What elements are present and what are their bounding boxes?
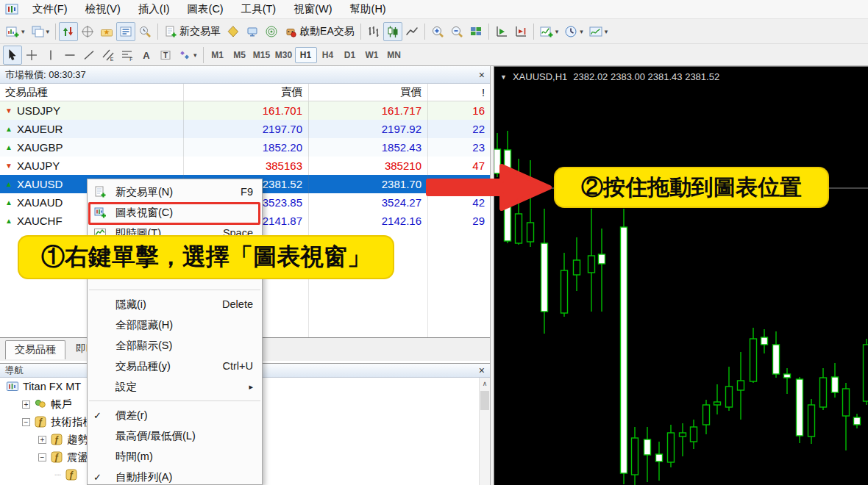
context-menu-item-12[interactable]: 最高價/最低價(L) (88, 425, 262, 446)
column-header[interactable]: 交易品種 (0, 84, 184, 101)
buy-price: 2197.92 (309, 120, 428, 138)
menu-item-5[interactable]: 工具(T) (232, 1, 285, 17)
timeframe-h1[interactable]: H1 (295, 47, 317, 63)
horizontal-line-button[interactable] (60, 46, 79, 65)
collapse-icon[interactable]: − (38, 453, 46, 461)
menu-item-1[interactable]: 文件(F) (24, 1, 77, 17)
profiles-button[interactable]: ▾ (28, 22, 53, 41)
menu-item-3[interactable]: 插入(I) (129, 1, 179, 17)
line-chart-button[interactable] (402, 22, 421, 41)
submenu-arrow-icon: ▸ (249, 382, 253, 392)
new-chart-button[interactable]: ▾ (3, 22, 28, 41)
toolbar-separator (157, 24, 158, 40)
context-menu-item-8[interactable]: 交易品種(y)Ctrl+U (88, 356, 262, 376)
ea-start-button[interactable]: 啟動EA交易 (281, 22, 357, 41)
close-icon[interactable]: × (479, 365, 485, 376)
timeframe-m30[interactable]: M30 (273, 47, 295, 63)
chevron-down-icon[interactable]: ▾ (193, 51, 197, 59)
accounts-icon (34, 398, 47, 411)
expand-icon[interactable]: + (22, 400, 30, 409)
indicators-button[interactable]: ▾ (537, 22, 562, 41)
context-menu-item-5[interactable]: 隱藏(i)Delete (88, 294, 262, 315)
periods-button[interactable]: ▾ (561, 22, 586, 41)
crosshair-icon (25, 48, 38, 62)
quote-row-xaueur[interactable]: ▲XAUEUR2197.702197.9222 (0, 120, 490, 138)
mql-community-button[interactable] (262, 22, 281, 41)
context-menu-item-14[interactable]: ✓自動排列(A) (88, 467, 262, 485)
context-menu-item-9[interactable]: 設定▸ (88, 376, 262, 397)
autotrading-icon (246, 25, 259, 38)
new-order-button[interactable]: 新交易單 (161, 22, 224, 41)
menu-item-6[interactable]: 視窗(W) (285, 1, 341, 17)
tile-windows-button[interactable] (466, 22, 485, 41)
svg-text:★: ★ (104, 28, 110, 36)
text-button[interactable]: A (137, 46, 156, 65)
chart-shift-button[interactable] (511, 22, 530, 41)
quote-row-xaugbp[interactable]: ▲XAUGBP1852.201852.4323 (0, 138, 490, 157)
crosshair-button[interactable] (22, 46, 41, 65)
candlestick-chart[interactable] (494, 67, 868, 485)
shapes-button[interactable]: ▾ (175, 46, 200, 65)
tab-交易品種[interactable]: 交易品種 (5, 340, 65, 359)
chart-collapse-icon[interactable]: ▼ (500, 73, 507, 81)
auto-scroll-button[interactable] (492, 22, 511, 41)
chevron-down-icon[interactable]: ▾ (46, 28, 50, 35)
horizontal-line-icon (63, 48, 77, 62)
metaeditor-button[interactable] (224, 22, 243, 41)
navigator-button[interactable]: ★ (97, 22, 116, 41)
quote-row-usdjpy[interactable]: ▼USDJPY161.701161.71716 (0, 101, 490, 120)
menu-item-label: 時間(m) (115, 450, 253, 464)
autotrading-button[interactable] (243, 22, 262, 41)
chevron-down-icon[interactable]: ▾ (580, 28, 583, 35)
data-window-button[interactable] (78, 22, 97, 41)
expand-icon[interactable]: + (38, 436, 46, 444)
context-menu-item-11[interactable]: ✓價差(r) (88, 405, 262, 425)
candlestick-chart-button[interactable] (383, 22, 402, 41)
symbol-name: XAUJPY (17, 159, 60, 172)
scrollbar-thumb[interactable] (480, 391, 489, 410)
timeframe-w1[interactable]: W1 (361, 47, 383, 63)
context-menu-item-13[interactable]: 時間(m) (88, 446, 262, 467)
terminal-button[interactable] (116, 22, 135, 41)
timeframe-m5[interactable]: M5 (229, 47, 251, 63)
templates-button[interactable]: ▾ (586, 22, 611, 41)
close-icon[interactable]: × (479, 70, 485, 80)
chevron-down-icon[interactable]: ▾ (21, 28, 25, 35)
scroll-up-icon[interactable]: ∧ (480, 378, 490, 389)
context-menu-item-0[interactable]: 新交易單(N)F9 (88, 182, 262, 202)
menu-item-2[interactable]: 檢視(V) (77, 1, 129, 17)
trendline-button[interactable] (79, 46, 99, 65)
symbol-name: XAUUSD (17, 178, 63, 190)
toolbar-separator (55, 24, 56, 40)
column-header[interactable]: 買價 (309, 84, 428, 101)
strategy-tester-button[interactable] (135, 22, 154, 41)
timeframe-h4[interactable]: H4 (317, 47, 339, 63)
menu-item-7[interactable]: 幫助(H) (341, 1, 395, 17)
bar-chart-button[interactable] (364, 22, 383, 41)
column-header[interactable]: 賣價 (184, 84, 309, 101)
symbol-cell: ▲XAUGBP (0, 138, 184, 157)
context-menu-item-7[interactable]: 全部顯示(S) (88, 335, 262, 356)
navigator-scrollbar[interactable]: ∧ (479, 378, 490, 485)
market-watch-button[interactable] (59, 22, 78, 41)
cursor-button[interactable] (3, 46, 22, 65)
chevron-down-icon[interactable]: ▾ (605, 28, 608, 35)
context-menu-item-6[interactable]: 全部隱藏(H) (88, 315, 262, 335)
tree-item-label: 趨勢 (67, 433, 88, 447)
vertical-line-button[interactable] (41, 46, 60, 65)
timeframe-d1[interactable]: D1 (339, 47, 361, 63)
zoom-out-button[interactable] (447, 22, 466, 41)
chevron-down-icon[interactable]: ▾ (555, 28, 559, 35)
timeframe-mn[interactable]: MN (383, 47, 405, 63)
text-label-button[interactable]: T (156, 46, 175, 65)
column-header[interactable]: ! (428, 84, 490, 101)
collapse-icon[interactable]: − (22, 418, 30, 426)
text-icon: A (140, 48, 153, 62)
channel-button[interactable]: E (99, 46, 118, 65)
timeframe-m1[interactable]: M1 (207, 47, 229, 63)
zoom-in-button[interactable] (428, 22, 447, 41)
fibonacci-button[interactable]: F (118, 46, 137, 65)
chart-window[interactable]: ▼ XAUUSD,H1 2382.02 2383.00 2381.43 2381… (494, 66, 868, 485)
menu-item-4[interactable]: 圖表(C) (179, 1, 232, 17)
timeframe-m15[interactable]: M15 (251, 47, 273, 63)
